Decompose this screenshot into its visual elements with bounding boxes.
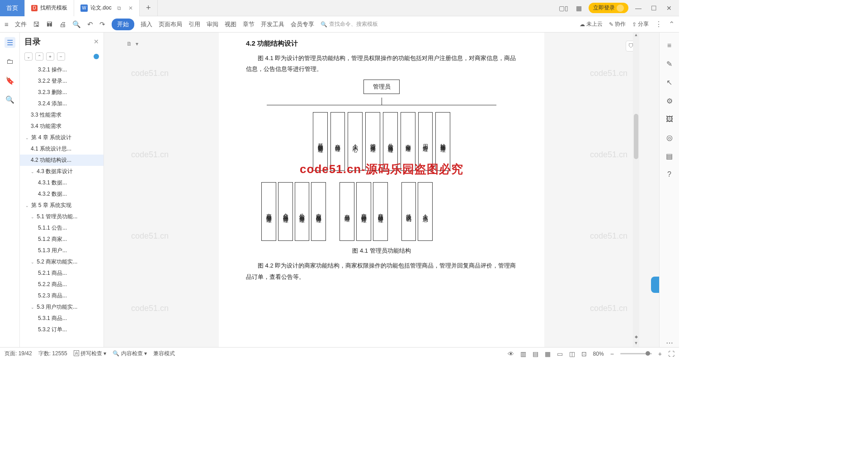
more-tools-icon[interactable]: ⋯ (666, 339, 673, 347)
bookmark-rail-icon[interactable]: 🔖 (5, 75, 15, 86)
command-search[interactable]: 🔍 查找命令、搜索模板 (321, 20, 378, 28)
zoom-level[interactable]: 80% (593, 351, 604, 357)
menu-dev[interactable]: 开发工具 (261, 20, 284, 28)
tab-document[interactable]: W 论文.doc ⧉ ✕ (74, 0, 140, 16)
outline-item[interactable]: 5.3.2 订单... (20, 324, 104, 335)
compat-mode[interactable]: 兼容模式 (153, 350, 175, 358)
outline-item[interactable]: 4.1 系统设计思... (20, 143, 104, 155)
expand-all-icon[interactable]: ⌃ (35, 52, 43, 61)
outline-item[interactable]: 5.1.1 公告... (20, 222, 104, 234)
zoom-fit-icon[interactable]: ⊡ (581, 350, 587, 358)
outline-item[interactable]: ⌄ 5.3 用户功能实... (20, 301, 104, 313)
scrollbar-thumb[interactable] (634, 114, 638, 159)
undo-icon[interactable]: ↶ (87, 20, 93, 28)
layout-icon[interactable]: ▢▯ (558, 3, 569, 14)
outline-item[interactable]: 3.2.2 登录... (20, 75, 104, 87)
outline-item[interactable]: 3.2.4 添加... (20, 98, 104, 109)
help-icon[interactable]: ? (667, 170, 671, 179)
menu-vip[interactable]: 会员专享 (291, 20, 314, 28)
zoom-in-icon[interactable]: + (658, 350, 662, 358)
outline-item[interactable]: 5.1.3 用户... (20, 245, 104, 256)
redo-icon[interactable]: ↷ (99, 20, 105, 28)
save-icon[interactable]: 🖫 (33, 20, 40, 28)
outline-item[interactable]: 5.3.1 商品... (20, 313, 104, 324)
search-rail-icon[interactable]: 🔍 (5, 94, 15, 105)
outline-item[interactable]: 5.2.1 商品... (20, 268, 104, 279)
clipboard-rail-icon[interactable]: 🗀 (5, 56, 15, 67)
view-web-icon[interactable]: ▤ (533, 350, 538, 358)
level-plus-icon[interactable]: + (46, 52, 54, 61)
collab-button[interactable]: ✎ 协作 (609, 20, 626, 28)
scroll-down-icon[interactable]: ▼ (633, 341, 639, 347)
close-button[interactable]: ✕ (664, 3, 675, 14)
content-check-button[interactable]: 🔍 内容检查 ▾ (113, 350, 147, 358)
tab-templates[interactable]: D找稻壳模板 (25, 0, 74, 16)
scroll-up-icon[interactable]: ▲ (633, 33, 639, 39)
outline-item[interactable]: 3.2.1 操作... (20, 64, 104, 75)
menu-insert[interactable]: 插入 (141, 20, 152, 28)
side-badge[interactable] (651, 277, 659, 293)
view-outline-icon[interactable]: ▦ (545, 350, 551, 358)
level-minus-icon[interactable]: − (57, 52, 65, 61)
outline-item[interactable]: 5.2.3 商品... (20, 290, 104, 301)
outline-item[interactable]: 4.3.1 数据... (20, 177, 104, 188)
book-icon[interactable]: ▤ (666, 152, 673, 160)
chevron-down-icon[interactable]: ▾ (136, 41, 138, 47)
cursor-icon[interactable]: ↖ (666, 78, 672, 87)
maximize-button[interactable]: ☐ (648, 3, 659, 14)
outline-item[interactable]: ⌄ 第 4 章 系统设计 (20, 132, 104, 143)
hamburger-icon[interactable]: ≡ (5, 20, 9, 28)
menu-file[interactable]: 文件 (15, 20, 27, 28)
menu-start[interactable]: 开始 (112, 19, 134, 30)
sync-indicator-icon[interactable] (94, 54, 99, 59)
edit-icon[interactable]: ✎ (666, 60, 672, 68)
outline-item[interactable]: 4.3.2 数据... (20, 188, 104, 200)
compass-icon[interactable]: ◎ (666, 133, 673, 142)
close-icon[interactable]: ✕ (128, 5, 133, 11)
tab-new[interactable]: + (140, 0, 158, 16)
view-draft-icon[interactable]: ▭ (557, 350, 563, 358)
menu-layout[interactable]: 页面布局 (159, 20, 182, 28)
menu-view[interactable]: 视图 (225, 20, 236, 28)
collapse-ribbon-icon[interactable]: ⌃ (669, 20, 675, 28)
menu-toggle-icon[interactable]: ≡ (667, 42, 671, 50)
outline-item[interactable]: ⌄ 第 5 章 系统实现 (20, 200, 104, 211)
outline-item[interactable]: 3.3 性能需求 (20, 109, 104, 121)
zoom-out-icon[interactable]: − (610, 350, 614, 358)
share-button[interactable]: ⇪ 分享 (632, 20, 649, 28)
outline-item[interactable]: ⌄ 5.1 管理员功能... (20, 211, 104, 222)
saveas-icon[interactable]: 🖬 (46, 20, 53, 28)
collapse-all-icon[interactable]: ⌄ (24, 52, 33, 61)
more-icon[interactable]: ⋮ (655, 20, 662, 28)
outline-item[interactable]: 5.1.2 商家... (20, 234, 104, 245)
cloud-button[interactable]: ☁ 未上云 (580, 20, 603, 28)
apps-icon[interactable]: ▦ (573, 3, 584, 14)
outline-item[interactable]: 3.2.3 删除... (20, 87, 104, 98)
page-indicator[interactable]: 页面: 19/42 (5, 350, 32, 358)
readmode-icon[interactable]: 👁 (508, 350, 514, 358)
outline-item[interactable]: ⌄ 4.3 数据库设计 (20, 166, 104, 177)
outline-close-icon[interactable]: ✕ (94, 38, 99, 45)
outline-item[interactable]: ⌄ 5.2 商家功能实... (20, 256, 104, 268)
minimize-button[interactable]: — (633, 3, 644, 14)
word-count[interactable]: 字数: 12555 (38, 350, 67, 358)
spellcheck-button[interactable]: 🄰 拼写检查 ▾ (74, 350, 107, 358)
menu-ref[interactable]: 引用 (189, 20, 200, 28)
outline-item[interactable]: 4.2 功能结构设... (20, 155, 104, 166)
preview-icon[interactable]: 🔍 (72, 20, 81, 28)
outline-list[interactable]: 3.2.1 操作...3.2.2 登录...3.2.3 删除...3.2.4 添… (20, 64, 104, 347)
outline-item[interactable]: 3.4 功能需求 (20, 121, 104, 132)
settings-icon[interactable]: ⚙ (666, 97, 673, 105)
page-icon[interactable]: 🗎 (127, 41, 132, 47)
tab-home[interactable]: 首页 (0, 0, 25, 16)
outline-rail-icon[interactable]: ☰ (5, 37, 15, 48)
vertical-scrollbar[interactable]: ▲ ◆ ▼ (633, 33, 639, 347)
menu-review[interactable]: 审阅 (207, 20, 218, 28)
login-button[interactable]: 立即登录 (589, 3, 628, 13)
print-icon[interactable]: 🖨 (59, 20, 66, 28)
outline-item[interactable]: 5.2.2 商品... (20, 279, 104, 290)
image-tool-icon[interactable]: 🖼 (666, 115, 673, 123)
scroll-mark-icon[interactable]: ◆ (633, 334, 639, 341)
menu-chapter[interactable]: 章节 (243, 20, 255, 28)
zoom-slider[interactable] (620, 353, 652, 354)
